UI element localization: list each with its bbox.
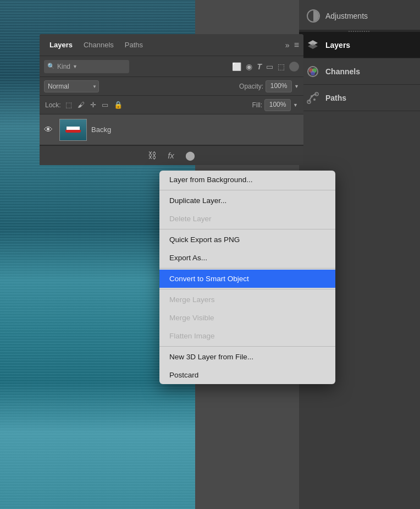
svg-point-5 bbox=[311, 71, 315, 75]
menu-item-new-3d-layer[interactable]: New 3D Layer from File... bbox=[159, 348, 335, 366]
layers-panel-icon bbox=[307, 39, 319, 51]
lock-artboard-icon[interactable]: ▭ bbox=[102, 101, 108, 109]
lock-bar: Lock: ⬚ 🖌 ✛ ▭ 🔒 Fill: 100% ▼ bbox=[40, 96, 303, 114]
lock-all-icon[interactable]: 🔒 bbox=[114, 101, 123, 109]
lock-pixels-icon[interactable]: 🖌 bbox=[78, 101, 85, 109]
opacity-section: Opacity: 100% ▼ bbox=[239, 80, 299, 92]
menu-item-delete-layer[interactable]: Delete Layer bbox=[159, 210, 335, 228]
filter-icons-group: ⬜ ◉ T ▭ ⬚ bbox=[132, 62, 299, 72]
opacity-value[interactable]: 100% bbox=[266, 80, 292, 92]
menu-separator-3 bbox=[159, 268, 335, 269]
tab-layers[interactable]: Layers bbox=[44, 39, 78, 51]
tab-channels[interactable]: Channels bbox=[78, 39, 119, 51]
lock-icons-group: ⬚ 🖌 ✛ ▭ 🔒 bbox=[65, 101, 123, 109]
menu-item-duplicate-layer[interactable]: Duplicate Layer... bbox=[159, 191, 335, 210]
lock-label: Lock: bbox=[45, 101, 61, 109]
thumb-boat-body bbox=[65, 130, 81, 133]
mask-icon[interactable]: ⬤ bbox=[185, 150, 195, 161]
filter-image-icon[interactable]: ⬜ bbox=[232, 62, 241, 71]
search-dropdown-icon: ▼ bbox=[73, 64, 78, 69]
menu-separator-5 bbox=[159, 346, 335, 347]
menu-item-merge-layers[interactable]: Merge Layers bbox=[159, 291, 335, 309]
menu-item-postcard[interactable]: Postcard bbox=[159, 366, 335, 384]
sidebar-item-paths[interactable]: Paths bbox=[299, 85, 420, 111]
menu-item-convert-smart[interactable]: Convert to Smart Object bbox=[159, 270, 335, 288]
opacity-dropdown-icon: ▼ bbox=[294, 84, 299, 89]
panel-menu-icon[interactable]: ≡ bbox=[294, 40, 299, 50]
panel-tabs-bar: Layers Channels Paths » ≡ bbox=[40, 34, 303, 56]
panel-expand-icon[interactable]: » bbox=[285, 41, 290, 50]
paths-panel-label: Paths bbox=[325, 94, 346, 102]
sidebar-item-layers[interactable]: Layers bbox=[299, 32, 420, 58]
fill-label: Fill: bbox=[252, 101, 262, 109]
lock-transparent-icon[interactable]: ⬚ bbox=[65, 101, 72, 109]
filter-text-icon[interactable]: T bbox=[257, 62, 262, 71]
filter-adjustment-icon[interactable]: ◉ bbox=[246, 62, 252, 71]
blend-mode-bar: NormalDissolveMultiplyScreenOverlay Opac… bbox=[40, 77, 303, 96]
fill-value[interactable]: 100% bbox=[264, 99, 291, 111]
adjustments-title: Adjustments bbox=[325, 12, 368, 20]
panel-bottom-toolbar: ⛓ fx ⬤ bbox=[40, 145, 303, 165]
menu-item-layer-from-background[interactable]: Layer from Background... bbox=[159, 171, 335, 189]
search-box[interactable]: 🔍 Kind ▼ bbox=[44, 60, 129, 73]
link-icon[interactable]: ⛓ bbox=[148, 151, 157, 161]
adjustments-panel-header: Adjustments bbox=[299, 0, 420, 32]
svg-point-8 bbox=[311, 95, 313, 97]
blend-mode-wrapper: NormalDissolveMultiplyScreenOverlay bbox=[44, 80, 99, 92]
filter-toggle[interactable] bbox=[289, 62, 299, 72]
fill-dropdown-icon: ▼ bbox=[293, 102, 298, 108]
menu-separator-1 bbox=[159, 190, 335, 190]
menu-item-flatten-image[interactable]: Flatten Image bbox=[159, 327, 335, 345]
fx-icon[interactable]: fx bbox=[168, 151, 174, 160]
layer-visibility-icon[interactable]: 👁 bbox=[44, 125, 55, 135]
context-menu: Layer from Background... Duplicate Layer… bbox=[159, 171, 335, 384]
layers-panel-label: Layers bbox=[325, 41, 350, 50]
opacity-label: Opacity: bbox=[239, 83, 263, 90]
layers-panel: Layers Channels Paths » ≡ 🔍 Kind ▼ ⬜ ◉ T… bbox=[40, 34, 303, 165]
filter-bar: 🔍 Kind ▼ ⬜ ◉ T ▭ ⬚ bbox=[40, 56, 303, 77]
tab-paths[interactable]: Paths bbox=[119, 39, 148, 51]
layer-thumbnail bbox=[59, 119, 87, 141]
fill-section: Fill: 100% ▼ bbox=[252, 99, 298, 111]
blend-mode-select[interactable]: NormalDissolveMultiplyScreenOverlay bbox=[44, 80, 99, 92]
lock-position-icon[interactable]: ✛ bbox=[90, 101, 96, 109]
thumb-boat bbox=[65, 125, 81, 133]
layer-row-background[interactable]: 👁 Backg bbox=[40, 114, 303, 145]
svg-point-9 bbox=[313, 98, 316, 101]
filter-smart-icon[interactable]: ⬚ bbox=[278, 62, 285, 71]
menu-separator-2 bbox=[159, 229, 335, 229]
right-panel-items: Layers Channels Paths bbox=[299, 32, 420, 111]
menu-separator-4 bbox=[159, 289, 335, 289]
layer-name: Backg bbox=[91, 125, 299, 134]
menu-item-export-as[interactable]: Export As... bbox=[159, 249, 335, 267]
sidebar-item-channels[interactable]: Channels bbox=[299, 58, 420, 85]
channels-panel-label: Channels bbox=[325, 67, 360, 76]
channels-panel-icon bbox=[307, 65, 319, 78]
search-icon: 🔍 bbox=[47, 63, 55, 70]
filter-shape-icon[interactable]: ▭ bbox=[266, 62, 273, 71]
adjustments-icon bbox=[307, 9, 320, 23]
menu-item-merge-visible[interactable]: Merge Visible bbox=[159, 309, 335, 327]
paths-panel-icon bbox=[307, 92, 319, 104]
svg-marker-1 bbox=[308, 43, 318, 49]
menu-item-quick-export[interactable]: Quick Export as PNG bbox=[159, 231, 335, 249]
search-kind-label: Kind bbox=[57, 63, 70, 70]
